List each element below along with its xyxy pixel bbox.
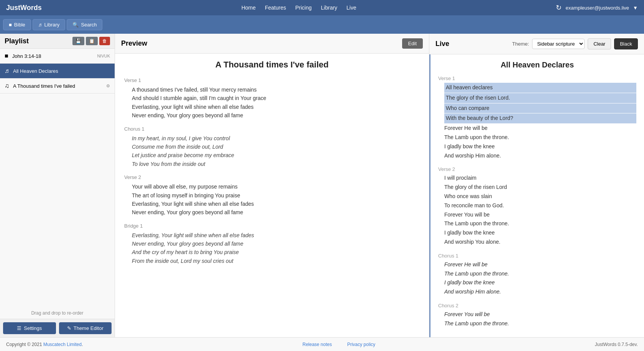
playlist-header: Playlist 💾 📋 🗑: [0, 34, 115, 49]
user-area: ↻ exampleuser@justwords.live ▼: [556, 3, 638, 12]
live-section-lines: Forever You will beThe Lamb upon the thr…: [444, 310, 636, 328]
nav-library[interactable]: Library: [321, 5, 337, 11]
preview-section-lines: Your will above all else, my purpose rem…: [132, 182, 420, 217]
live-section-label: Verse 1: [438, 75, 636, 81]
nav-features[interactable]: Features: [265, 5, 286, 11]
playlist-item-meta: NIVUK: [97, 54, 110, 58]
preview-line[interactable]: Your will above all else, my purpose rem…: [132, 182, 420, 191]
theme-label: Theme:: [512, 41, 529, 47]
release-notes-link[interactable]: Release notes: [302, 342, 332, 347]
playlist-copy-button[interactable]: 📋: [86, 37, 98, 45]
live-line[interactable]: The Lamb upon the throne.: [444, 133, 636, 142]
black-button[interactable]: Black: [614, 38, 638, 49]
brand-logo: JustWords: [6, 4, 42, 12]
preview-line[interactable]: Never ending, Your glory goes beyond all…: [132, 111, 420, 120]
playlist-item-song1[interactable]: ♬ All Heaven Declares: [0, 64, 115, 79]
user-dropdown-icon[interactable]: ▼: [633, 5, 638, 11]
playlist-item-label: John 3:14-18: [12, 53, 94, 59]
live-line[interactable]: Who can compare: [444, 103, 636, 113]
live-line[interactable]: The Lamb upon the throne.: [444, 219, 636, 228]
bottom-bar: Copyright © 2021 Muscatech Limited. Rele…: [0, 337, 644, 351]
preview-header: Preview Edit: [115, 34, 429, 54]
library-button[interactable]: ♬ Library: [33, 19, 66, 30]
preview-line[interactable]: And should I stumble again, still I'm ca…: [132, 94, 420, 102]
live-section-label: Chorus 1: [438, 253, 636, 259]
preview-line[interactable]: The art of losing myself in bringing You…: [132, 191, 420, 200]
preview-line[interactable]: Never ending, Your glory goes beyond all…: [132, 208, 420, 217]
live-line[interactable]: I gladly bow the knee: [444, 228, 636, 238]
preview-sections: Verse 1A thousand times I've failed, sti…: [124, 77, 420, 265]
library-icon: ♬: [38, 22, 42, 28]
live-sections: Verse 1All heaven declaresThe glory of t…: [438, 75, 636, 328]
settings-button[interactable]: ☰ Settings: [3, 322, 56, 334]
live-line[interactable]: The glory of the risen Lord.: [444, 93, 636, 103]
toolbar: ■ Bible ♬ Library 🔍 Search: [0, 15, 644, 34]
privacy-policy-link[interactable]: Privacy policy: [347, 342, 375, 347]
nav-home[interactable]: Home: [242, 5, 256, 11]
preview-line[interactable]: Let justice and praise become my embrace: [132, 151, 420, 159]
playlist-item-bible[interactable]: ■ John 3:14-18 NIVUK: [0, 49, 115, 64]
refresh-icon[interactable]: ↻: [556, 3, 562, 12]
playlist-export-button[interactable]: 💾: [72, 37, 84, 45]
preview-line[interactable]: Everlasting, your light will shine when …: [132, 103, 420, 111]
live-line[interactable]: Forever You will be: [444, 210, 636, 220]
live-line[interactable]: I gladly bow the knee: [444, 142, 636, 151]
preview-line[interactable]: Never ending, Your glory goes beyond all…: [132, 239, 420, 248]
nav-live[interactable]: Live: [347, 5, 356, 11]
live-line[interactable]: And worship Him alone.: [444, 287, 636, 297]
preview-song-title: A Thousand times I've failed: [124, 60, 420, 70]
live-line[interactable]: Who once was slain: [444, 192, 636, 201]
live-line[interactable]: Forever He will be: [444, 260, 636, 269]
preview-section-label: Chorus 1: [124, 126, 420, 132]
live-line[interactable]: All heaven declares: [444, 83, 636, 93]
playlist-item-song2[interactable]: ♫ A Thousand times I've failed ⚙: [0, 79, 115, 93]
live-line[interactable]: Forever You will be: [444, 310, 636, 319]
live-section-lines: I will proclaimThe glory of the risen Lo…: [444, 174, 636, 246]
edit-button[interactable]: Edit: [402, 38, 423, 49]
preview-line[interactable]: Consume me from the inside out, Lord: [132, 143, 420, 151]
top-nav: JustWords Home Features Pricing Library …: [0, 0, 644, 15]
drag-hint: Drag and drop to re-order: [0, 307, 115, 319]
live-line[interactable]: And worship You alone.: [444, 238, 636, 247]
live-section-label: Verse 2: [438, 166, 636, 172]
live-line[interactable]: With the beauty of the Lord?: [444, 113, 636, 123]
live-line[interactable]: The Lamb upon the throne.: [444, 269, 636, 279]
preview-line[interactable]: In my heart, in my soul, I give You cont…: [132, 134, 420, 143]
preview-line[interactable]: Everlasting, Your light will shine when …: [132, 200, 420, 208]
copyright-text: Copyright © 2021 Muscatech Limited.: [6, 342, 83, 347]
settings-icon: ☰: [17, 325, 21, 331]
company-link[interactable]: Muscatech Limited: [43, 342, 82, 347]
live-line[interactable]: Forever He will be: [444, 124, 636, 133]
theme-editor-button[interactable]: ✎ Theme Editor: [59, 322, 112, 334]
preview-section-label: Bridge 1: [124, 223, 420, 229]
live-line[interactable]: The glory of the risen Lord: [444, 183, 636, 192]
search-button[interactable]: 🔍 Search: [67, 19, 102, 30]
preview-line[interactable]: Everlasting, Your light will shine when …: [132, 231, 420, 239]
preview-section-label: Verse 1: [124, 77, 420, 83]
user-email[interactable]: exampleuser@justwords.live: [565, 5, 629, 11]
live-line[interactable]: I will proclaim: [444, 174, 636, 183]
theme-select[interactable]: Sidebar scripture: [532, 39, 585, 49]
preview-line[interactable]: From the inside out, Lord my soul cries …: [132, 257, 420, 265]
playlist-title: Playlist: [5, 37, 72, 45]
bible-button[interactable]: ■ Bible: [3, 19, 31, 30]
preview-section-label: Verse 2: [124, 174, 420, 180]
live-pane: Live Theme: Sidebar scripture Clear Blac…: [429, 34, 644, 337]
brush-icon: ✎: [67, 325, 71, 331]
live-line[interactable]: The Lamb upon the throne.: [444, 319, 636, 328]
song2-icon: ♫: [5, 82, 9, 89]
live-line[interactable]: To reconcile man to God.: [444, 201, 636, 210]
nav-pricing[interactable]: Pricing: [295, 5, 312, 11]
preview-line[interactable]: And the cry of my heart is to bring You …: [132, 248, 420, 256]
sidebar: Playlist 💾 📋 🗑 ■ John 3:14-18 NIVUK ♬ Al…: [0, 34, 115, 337]
preview-line[interactable]: To love You from the inside out: [132, 160, 420, 168]
clear-button[interactable]: Clear: [588, 38, 611, 49]
preview-pane-title: Preview: [121, 39, 402, 48]
live-line[interactable]: I gladly bow the knee: [444, 278, 636, 287]
playlist-delete-button[interactable]: 🗑: [99, 37, 110, 45]
preview-section-lines: In my heart, in my soul, I give You cont…: [132, 134, 420, 169]
live-song-title: All Heaven Declares: [438, 61, 636, 69]
live-line[interactable]: And worship Him alone.: [444, 151, 636, 161]
preview-line[interactable]: A thousand times I've failed, still Your…: [132, 85, 420, 94]
song1-icon: ♬: [5, 67, 9, 74]
